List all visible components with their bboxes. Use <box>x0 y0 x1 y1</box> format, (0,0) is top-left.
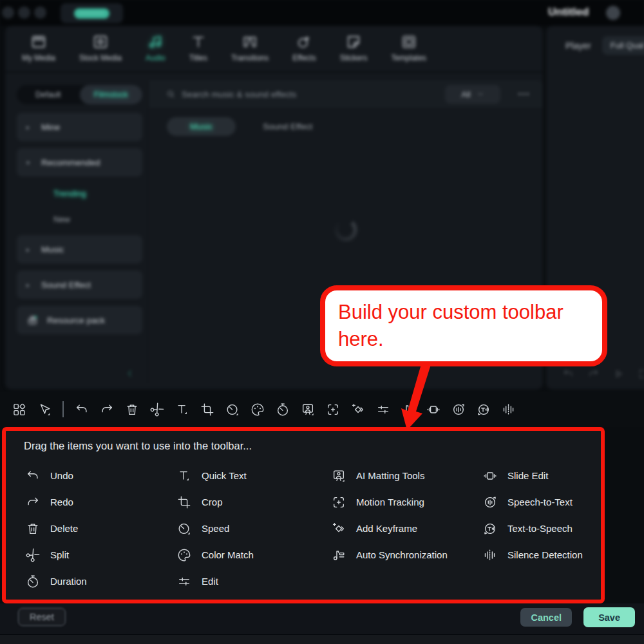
toolbar-color-match-button[interactable] <box>251 402 265 417</box>
auto-sync-icon <box>332 548 346 562</box>
panel-item-redo[interactable]: Redo <box>26 489 177 515</box>
cancel-button[interactable]: Cancel <box>520 608 572 627</box>
stock-media-icon <box>92 33 109 50</box>
delete-icon <box>26 522 40 536</box>
timeline-toolbar <box>0 392 644 427</box>
account-icon[interactable] <box>606 6 620 20</box>
tab-effects[interactable]: Effects <box>292 33 316 71</box>
tab-my-media[interactable]: My Media <box>22 33 55 71</box>
panel-item-quick-text[interactable]: Quick Text <box>177 462 332 489</box>
toolbar-custom-layout-button[interactable] <box>12 402 26 417</box>
panel-item-motion-tracking[interactable]: Motion Tracking <box>332 489 483 515</box>
player-play-button[interactable] <box>613 368 624 379</box>
sidebar-collapse-icon[interactable] <box>125 368 135 379</box>
mode-pill-button[interactable] <box>74 8 109 19</box>
panel-item-edit[interactable]: Edit <box>177 568 332 594</box>
search-icon <box>166 89 176 99</box>
toolbar-motion-tracking-button[interactable] <box>326 402 340 417</box>
filter-dropdown[interactable]: All <box>445 85 500 104</box>
add-keyframe-icon <box>332 522 346 536</box>
toolbar-duration-button[interactable] <box>276 402 290 417</box>
panel-item-silence-detection[interactable]: Silence Detection <box>483 542 601 568</box>
templates-icon <box>401 33 417 50</box>
undo-icon <box>26 469 40 483</box>
panel-item-slide-edit[interactable]: Slide Edit <box>483 462 601 489</box>
sidebar-item-music[interactable]: ▸Music <box>17 235 142 263</box>
sidebar-item-mine[interactable]: ▸Mine <box>17 113 142 141</box>
search-input[interactable]: Search music & sound effects <box>166 89 445 99</box>
panel-item-speed[interactable]: Speed <box>177 515 332 542</box>
titles-icon <box>190 33 207 50</box>
tab-audio[interactable]: Audio <box>146 33 166 71</box>
panel-item-duration[interactable]: Duration <box>26 568 177 594</box>
panel-item-undo[interactable]: Undo <box>26 462 177 489</box>
mode-switch-container <box>61 3 123 23</box>
player-header: Player Full Qual <box>546 26 644 55</box>
panel-item-ai-matting-tools[interactable]: AI Matting Tools <box>332 462 483 489</box>
toolbar-ai-matting-button[interactable] <box>301 402 315 417</box>
window-minimize-button[interactable] <box>18 6 30 19</box>
split-icon <box>26 548 40 562</box>
panel-item-color-match[interactable]: Color Match <box>177 542 332 568</box>
reset-button[interactable]: Reset <box>18 608 66 626</box>
text-to-speech-icon <box>483 522 497 536</box>
edit-icon <box>177 574 191 589</box>
tab-transitions[interactable]: Transitions <box>231 33 269 71</box>
chevron-right-icon: ▸ <box>26 246 33 253</box>
player-redo-button[interactable] <box>588 368 599 379</box>
ai-matting-icon <box>332 469 346 483</box>
toolbar-quick-text-button[interactable] <box>175 402 189 417</box>
more-options-button[interactable] <box>517 88 530 100</box>
save-button[interactable]: Save <box>583 607 635 627</box>
source-toggle: Default Filmstock <box>17 85 142 104</box>
tab-templates[interactable]: Templates <box>391 33 426 71</box>
quality-dropdown[interactable]: Full Qual <box>602 36 644 55</box>
toolbar-cursor-button[interactable] <box>37 402 52 417</box>
toolbar-delete-button[interactable] <box>125 402 139 417</box>
my-media-icon <box>30 33 47 50</box>
tab-stock-media[interactable]: Stock Media <box>79 33 122 71</box>
stickers-icon <box>345 33 362 50</box>
panel-item-speech-to-text[interactable]: Speech-to-Text <box>483 489 601 515</box>
audio-tab-sound-effect[interactable]: Sound Effect <box>263 122 312 131</box>
filter-value: All <box>461 90 470 99</box>
toolbar-silence-detection-button[interactable] <box>502 402 516 417</box>
toolbar-undo-button[interactable] <box>75 402 89 417</box>
toolbar-crop-button[interactable] <box>200 402 214 417</box>
player-fullscreen-button[interactable] <box>638 368 644 379</box>
panel-item-crop[interactable]: Crop <box>177 489 332 515</box>
audio-tab-music[interactable]: Music <box>167 117 236 136</box>
player-undo-button[interactable] <box>563 368 574 379</box>
toggle-filmstock[interactable]: Filmstock <box>80 85 143 104</box>
sidebar-item-trending[interactable]: Trending <box>17 184 142 204</box>
panel-item-split[interactable]: Split <box>26 542 177 568</box>
effects-icon <box>296 33 312 50</box>
toolbar-redo-button[interactable] <box>100 402 114 417</box>
sidebar-item-new[interactable]: New <box>17 209 142 229</box>
panel-item-auto-synchronization[interactable]: Auto Synchronization <box>332 542 483 568</box>
window-close-button[interactable] <box>2 6 14 19</box>
sidebar-item-recommended[interactable]: ▾Recommended <box>17 148 142 176</box>
audio-sidebar: Default Filmstock ▸Mine▾RecommendedTrend… <box>12 80 148 383</box>
panel-item-delete[interactable]: Delete <box>26 515 177 542</box>
tab-stickers[interactable]: Stickers <box>340 33 368 71</box>
callout-text: Build your custom toolbar here. <box>338 299 589 353</box>
project-title: Untitled <box>548 6 589 19</box>
silence-detection-icon <box>483 548 497 562</box>
window-zoom-button[interactable] <box>34 6 46 19</box>
sidebar-item-resource-pack[interactable]: Resource pack <box>17 306 142 334</box>
sidebar-item-sound-effect[interactable]: ▸Sound Effect <box>17 270 142 299</box>
toolbar-add-keyframe-button[interactable] <box>351 402 365 417</box>
chevron-right-icon: ▸ <box>26 124 33 131</box>
toolbar-text-to-speech-button[interactable] <box>477 402 491 417</box>
color-match-icon <box>177 548 191 562</box>
toggle-default[interactable]: Default <box>17 85 80 104</box>
toolbar-speech-to-text-button[interactable] <box>451 402 466 417</box>
tab-titles[interactable]: Titles <box>189 33 207 71</box>
window-titlebar: Untitled <box>0 0 644 26</box>
bottom-strip <box>0 634 644 644</box>
toolbar-speed-button[interactable] <box>225 402 240 417</box>
toolbar-split-button[interactable] <box>150 402 164 417</box>
panel-item-text-to-speech[interactable]: Text-to-Speech <box>483 515 601 542</box>
panel-item-add-keyframe[interactable]: Add Keyframe <box>332 515 483 542</box>
